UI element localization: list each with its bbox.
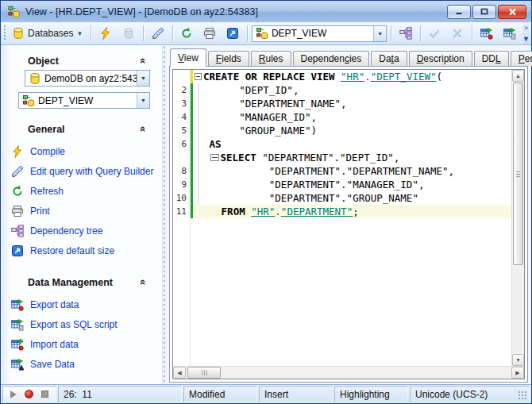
collapse-section-icon[interactable]: « bbox=[137, 58, 149, 63]
export-data-button[interactable] bbox=[476, 25, 497, 42]
line-number: 2 bbox=[173, 83, 190, 97]
vertical-scroll-thumb[interactable] bbox=[513, 83, 523, 265]
toolbar-grip[interactable] bbox=[3, 25, 6, 41]
scroll-down-icon[interactable]: ▼ bbox=[512, 354, 524, 366]
code-area[interactable]: CREATE OR REPLACE VIEW "HR"."DEPT_VIEW"(… bbox=[173, 70, 511, 366]
restore-button[interactable] bbox=[472, 5, 496, 19]
window-title: View - [HR.DEPT_VIEW] - [DemoDB on ayz2:… bbox=[25, 6, 442, 17]
horizontal-scrollbar[interactable]: ◀ ▶ bbox=[173, 366, 524, 379]
object-section-title: Object bbox=[28, 56, 59, 67]
sql-editor[interactable]: CREATE OR REPLACE VIEW "HR"."DEPT_VIEW"(… bbox=[172, 69, 525, 379]
refresh-icon bbox=[11, 185, 24, 198]
dependency-tree-icon bbox=[399, 27, 412, 40]
tab-rules[interactable]: Rules bbox=[251, 51, 291, 66]
view-combo[interactable]: DEPT_VIEW ▼ bbox=[18, 92, 150, 109]
fold-column bbox=[193, 110, 203, 124]
view-combo-field[interactable]: DEPT_VIEW bbox=[19, 93, 137, 108]
export-data-icon bbox=[480, 27, 493, 40]
tab-dependencies[interactable]: Dependencies bbox=[293, 51, 370, 66]
view-icon bbox=[7, 6, 21, 18]
tab-data[interactable]: Data bbox=[371, 51, 407, 66]
scroll-left-icon[interactable]: ◀ bbox=[173, 367, 186, 379]
close-button[interactable] bbox=[498, 5, 526, 19]
stop-icon[interactable] bbox=[41, 391, 48, 398]
compile-button[interactable] bbox=[95, 25, 116, 42]
toolbar-separator bbox=[472, 25, 472, 41]
export-sql-icon bbox=[503, 27, 516, 40]
database-icon bbox=[29, 72, 41, 85]
refresh-icon bbox=[180, 27, 193, 40]
apply-changes-button[interactable] bbox=[424, 25, 445, 42]
toolbar-separator bbox=[172, 25, 173, 41]
vertical-scrollbar[interactable]: ▲ ▼ bbox=[511, 70, 524, 366]
link-label: Export as SQL script bbox=[30, 319, 118, 330]
print-icon bbox=[203, 27, 216, 40]
scroll-right-icon[interactable]: ▶ bbox=[511, 367, 524, 379]
restore-icon bbox=[480, 8, 488, 15]
tab-description[interactable]: Description bbox=[409, 51, 472, 66]
collapse-section-icon[interactable]: « bbox=[137, 126, 149, 132]
database-combo[interactable]: DemoDB on ayz2:54383 ▼ bbox=[25, 70, 150, 87]
minimize-icon bbox=[455, 8, 463, 15]
object-combo-field[interactable]: DEPT_VIEW bbox=[253, 26, 373, 41]
view-combo-dropdown[interactable]: ▼ bbox=[137, 93, 149, 108]
dependency-tree-link[interactable]: Dependency tree bbox=[11, 221, 162, 240]
database-combo-field[interactable]: DemoDB on ayz2:54383 bbox=[25, 71, 137, 86]
collapse-section-icon[interactable]: « bbox=[137, 279, 149, 285]
link-label: Refresh bbox=[30, 186, 64, 197]
object-combo[interactable]: DEPT_VIEW ▼ bbox=[252, 25, 387, 42]
import-data-link[interactable]: Import data bbox=[11, 334, 162, 354]
tab-fields[interactable]: Fields bbox=[208, 51, 249, 66]
horizontal-scroll-thumb[interactable] bbox=[187, 367, 221, 379]
databases-dropdown-button[interactable]: Databases ▼ bbox=[8, 25, 87, 42]
export-data-link[interactable]: Export data bbox=[11, 294, 162, 314]
toolbar-overflow-button[interactable]: »▼ bbox=[522, 22, 530, 44]
restore-size-button[interactable] bbox=[222, 25, 243, 42]
cancel-changes-button[interactable] bbox=[447, 25, 468, 42]
query-builder-button[interactable] bbox=[148, 25, 168, 42]
scroll-up-icon[interactable]: ▲ bbox=[512, 70, 524, 82]
dependency-tree-button[interactable] bbox=[395, 25, 416, 42]
tab-permissions[interactable]: Permissions bbox=[511, 51, 532, 66]
compile-link[interactable]: Compile bbox=[11, 141, 162, 161]
print-link[interactable]: Print bbox=[11, 201, 162, 221]
restore-default-size-link[interactable]: Restore default size bbox=[11, 240, 162, 260]
refresh-link[interactable]: Refresh bbox=[11, 181, 162, 201]
view-icon bbox=[256, 27, 268, 40]
highlighting-status: Highlighting bbox=[334, 386, 408, 402]
fold-collapse-icon[interactable] bbox=[195, 73, 202, 80]
save-view-button[interactable] bbox=[118, 25, 139, 42]
resize-grip[interactable] bbox=[518, 391, 527, 400]
object-combo-dropdown[interactable]: ▼ bbox=[373, 26, 386, 41]
modified-status: Modified bbox=[183, 386, 257, 402]
object-combo-value: DEPT_VIEW bbox=[272, 28, 326, 39]
refresh-button[interactable] bbox=[176, 25, 197, 42]
tab-ddl[interactable]: DDL bbox=[474, 51, 509, 66]
save-data-link[interactable]: Save Data bbox=[11, 354, 162, 374]
databases-dropdown-label: Databases bbox=[28, 28, 73, 39]
data-management-section-header: Data Management « bbox=[1, 273, 162, 291]
database-combo-dropdown[interactable]: ▼ bbox=[137, 71, 149, 86]
export-sql-link[interactable]: Export as SQL script bbox=[11, 314, 162, 334]
view-combo-value: DEPT_VIEW bbox=[38, 95, 93, 106]
toolbar-separator bbox=[247, 25, 248, 41]
fold-collapse-icon[interactable] bbox=[210, 154, 219, 161]
database-combo-value: DemoDB on ayz2:54383 bbox=[44, 73, 137, 84]
line-number: 3 bbox=[173, 97, 190, 110]
restore-size-icon bbox=[11, 244, 24, 257]
line-number: 10 bbox=[173, 191, 190, 205]
line-number: 11 bbox=[173, 205, 190, 218]
chevron-right-icon: » bbox=[524, 24, 528, 32]
tab-view[interactable]: View bbox=[170, 48, 206, 67]
play-icon[interactable] bbox=[10, 391, 17, 398]
export-sql-button[interactable] bbox=[499, 25, 520, 42]
cursor-position: 26: 11 bbox=[58, 386, 182, 402]
link-label: Import data bbox=[30, 339, 79, 350]
gutter-separator bbox=[190, 70, 191, 366]
line-number: 4 bbox=[173, 110, 190, 124]
minimize-button[interactable] bbox=[447, 5, 471, 19]
edit-query-link[interactable]: Edit query with Query Builder bbox=[11, 161, 162, 181]
record-icon[interactable] bbox=[25, 390, 33, 398]
print-button[interactable] bbox=[199, 25, 220, 42]
apply-icon bbox=[428, 27, 441, 40]
